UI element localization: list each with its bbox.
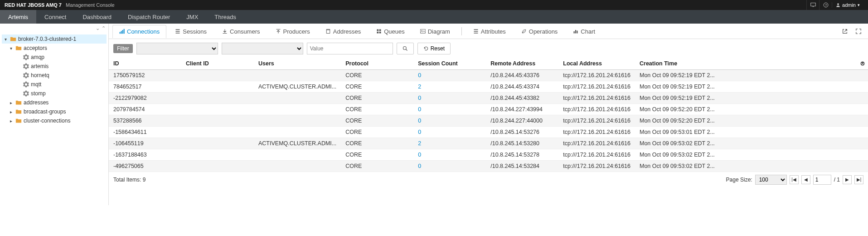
col-header-client-id[interactable]: Client ID (181, 58, 254, 69)
column-config-icon[interactable] (860, 61, 865, 66)
cell-local-address: tcp:///172.16.201.24:61616 (558, 103, 635, 115)
table-row[interactable]: 1750579152CORE0/10.8.244.45:43376tcp:///… (109, 69, 868, 81)
tab-producers[interactable]: Producers (269, 25, 317, 38)
nav-threads[interactable]: Threads (206, 10, 244, 24)
session-count-link[interactable]: 0 (418, 106, 421, 113)
session-count-link[interactable]: 2 (418, 140, 421, 147)
cell-local-address: tcp:///172.16.201.24:61616 (558, 81, 635, 92)
col-header-protocol[interactable]: Protocol (341, 58, 413, 69)
col-header-users[interactable]: Users (254, 58, 341, 69)
tab-addresses[interactable]: Addresses (319, 25, 368, 38)
collapse-down-icon[interactable]: ⌄ (96, 25, 100, 31)
svg-rect-4 (120, 32, 121, 34)
tree-toggle-icon[interactable]: ▸ (8, 100, 14, 105)
fullscreen-icon[interactable] (853, 26, 864, 36)
filter-reset-button[interactable]: Reset (417, 43, 451, 54)
cell-remote-address: /10.8.244.227:43994 (486, 103, 558, 115)
svg-rect-6 (122, 30, 123, 34)
folder-icon (15, 99, 22, 106)
col-header-remote-address[interactable]: Remote Address (486, 58, 558, 69)
help-icon[interactable]: ? (819, 0, 832, 10)
tree-item-cluster-connections[interactable]: ▸ cluster-connections (2, 116, 107, 125)
tab-label: Consumers (230, 28, 260, 35)
filter-op-select[interactable] (222, 43, 303, 54)
nav-jmx[interactable]: JMX (178, 10, 206, 24)
cell-client-id (181, 92, 254, 103)
session-count-link[interactable]: 0 (418, 72, 421, 79)
table-header-row: IDClient IDUsersProtocolSession CountRem… (109, 58, 868, 69)
session-count-link[interactable]: 0 (418, 129, 421, 135)
nav-connect[interactable]: Connect (36, 10, 74, 24)
tab-queues[interactable]: Queues (369, 25, 412, 38)
page-last-button[interactable]: ▶| (854, 175, 863, 184)
page-prev-button[interactable]: ◀ (801, 175, 810, 184)
chevron-down-icon: ▾ (858, 3, 860, 7)
cell-id: 1750579152 (109, 69, 181, 81)
cell-protocol: CORE (341, 81, 413, 92)
tree-toggle-icon[interactable]: ▾ (3, 37, 8, 42)
session-count-link[interactable]: 0 (418, 152, 421, 158)
nav-dispatch-router[interactable]: Dispatch Router (120, 10, 178, 24)
col-header-creation-time[interactable]: Creation Time (635, 58, 868, 69)
tree-item-broker-7.0.3-clustered-1[interactable]: ▾ broker-7.0.3-clustered-1 (2, 34, 107, 44)
page-first-button[interactable]: |◀ (790, 175, 799, 184)
col-header-session-count[interactable]: Session Count (413, 58, 486, 69)
table-row[interactable]: -2122979082CORE0/10.8.244.45:43382tcp://… (109, 92, 868, 103)
tab-label: Operations (529, 28, 558, 35)
tab-label: Producers (283, 28, 310, 35)
svg-rect-8 (377, 30, 379, 31)
user-menu[interactable]: admin ▾ (832, 2, 863, 8)
tab-connections[interactable]: Connections (112, 25, 166, 38)
table-row[interactable]: -1586434611CORE0/10.8.245.14:53276tcp://… (109, 126, 868, 138)
nav-dashboard[interactable]: Dashboard (74, 10, 120, 24)
table-row[interactable]: 537288566CORE0/10.8.244.227:44000tcp:///… (109, 115, 868, 126)
tree-item-stomp[interactable]: stomp (2, 89, 107, 98)
tab-diagram[interactable]: Diagram (413, 25, 457, 38)
tab-sessions[interactable]: Sessions (168, 25, 213, 38)
table-row[interactable]: 2079784574CORE0/10.8.244.227:43994tcp://… (109, 103, 868, 115)
tree-item-artemis[interactable]: artemis (2, 62, 107, 71)
tab-chart[interactable]: Chart (566, 25, 602, 38)
col-header-id[interactable]: ID (109, 58, 181, 69)
table-row[interactable]: -496275065CORE0/10.8.245.14:53284tcp:///… (109, 160, 868, 172)
tree-toggle-icon[interactable]: ▾ (8, 46, 14, 51)
tab-attributes[interactable]: Attributes (466, 25, 513, 38)
tree-item-hornetq[interactable]: hornetq (2, 71, 107, 80)
cell-remote-address: /10.8.245.14:53284 (486, 160, 558, 172)
collapse-up-icon[interactable]: ⌃ (102, 25, 106, 31)
filter-field-select[interactable] (136, 43, 218, 54)
session-count-link[interactable]: 2 (418, 84, 421, 90)
folder-icon (10, 36, 17, 42)
tab-operations[interactable]: Operations (514, 25, 565, 38)
table-row[interactable]: 784652517ACTIVEMQ.CLUSTER.ADMI...CORE2/1… (109, 81, 868, 92)
page-input[interactable] (813, 175, 831, 185)
tree-item-acceptors[interactable]: ▾ acceptors (2, 44, 107, 53)
page-next-button[interactable]: ▶ (843, 175, 852, 184)
tree-item-broadcast-groups[interactable]: ▸ broadcast-groups (2, 107, 107, 116)
session-count-link[interactable]: 0 (418, 95, 421, 101)
page-size-select[interactable]: 100 (755, 175, 787, 185)
tab-consumers[interactable]: Consumers (215, 25, 267, 38)
svg-rect-7 (124, 29, 125, 34)
nav-artemis[interactable]: Artemis (0, 10, 36, 24)
folder-icon (15, 45, 22, 51)
svg-point-17 (403, 47, 406, 50)
session-count-link[interactable]: 0 (418, 118, 421, 124)
session-count-link[interactable]: 0 (418, 163, 421, 169)
tree-item-mqtt[interactable]: mqtt (2, 80, 107, 89)
tree-item-amqp[interactable]: amqp (2, 53, 107, 62)
reset-label: Reset (431, 45, 445, 52)
filter-value-input[interactable] (307, 43, 393, 54)
table-row[interactable]: -106455119ACTIVEMQ.CLUSTER.ADMI...CORE2/… (109, 138, 868, 149)
cell-users (254, 69, 341, 81)
tree-toggle-icon[interactable]: ▸ (8, 109, 14, 114)
cell-users (254, 103, 341, 115)
monitor-icon[interactable] (806, 0, 819, 10)
cell-users: ACTIVEMQ.CLUSTER.ADMI... (254, 81, 341, 92)
table-row[interactable]: -1637188463CORE0/10.8.245.14:53278tcp://… (109, 149, 868, 160)
filter-search-button[interactable] (397, 43, 414, 54)
external-link-icon[interactable] (839, 26, 851, 36)
tree-item-addresses[interactable]: ▸ addresses (2, 98, 107, 107)
tree-toggle-icon[interactable]: ▸ (8, 118, 14, 123)
col-header-local-address[interactable]: Local Address (558, 58, 635, 69)
